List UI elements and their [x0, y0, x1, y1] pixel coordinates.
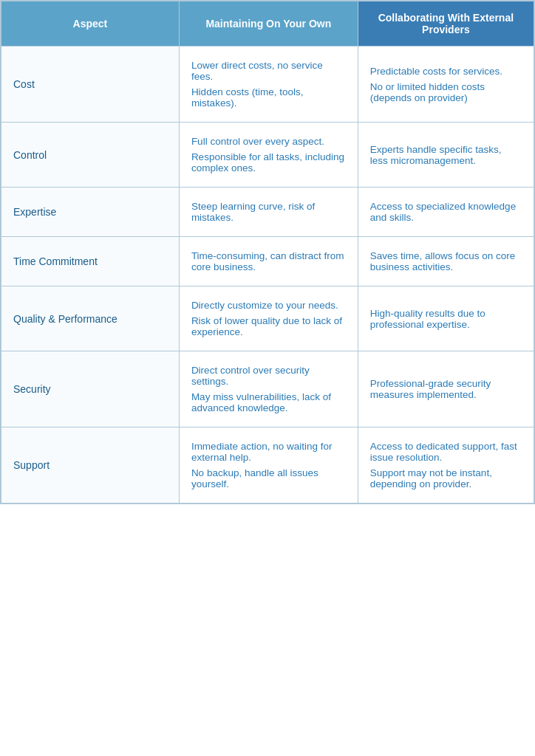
external-cell: Saves time, allows focus on core busines… — [358, 237, 534, 286]
table-row: Quality & PerformanceDirectly customize … — [1, 286, 534, 351]
aspect-cell: Security — [1, 351, 180, 427]
table-row: SecurityDirect control over security set… — [1, 351, 534, 427]
own-cell: Immediate action, no waiting for externa… — [179, 427, 358, 504]
own-cell: Time-consuming, can distract from core b… — [179, 237, 358, 286]
table-row: ExpertiseSteep learning curve, risk of m… — [1, 188, 534, 237]
table-row: SupportImmediate action, no waiting for … — [1, 427, 534, 504]
table-row: CostLower direct costs, no service fees.… — [1, 47, 534, 123]
aspect-cell: Control — [1, 123, 180, 188]
external-cell: Predictable costs for services.No or lim… — [358, 47, 534, 123]
aspect-cell: Support — [1, 427, 180, 504]
external-cell: Access to dedicated support, fast issue … — [358, 427, 534, 504]
table-row: Time CommitmentTime-consuming, can distr… — [1, 237, 534, 286]
header-external: Collaborating With External Providers — [358, 1, 534, 47]
own-cell: Directly customize to your needs.Risk of… — [179, 286, 358, 351]
own-cell: Direct control over security settings.Ma… — [179, 351, 358, 427]
own-cell: Steep learning curve, risk of mistakes. — [179, 188, 358, 237]
aspect-cell: Quality & Performance — [1, 286, 180, 351]
external-cell: Access to specialized knowledge and skil… — [358, 188, 534, 237]
external-cell: Professional-grade security measures imp… — [358, 351, 534, 427]
external-cell: Experts handle specific tasks, less micr… — [358, 123, 534, 188]
aspect-cell: Time Commitment — [1, 237, 180, 286]
own-cell: Full control over every aspect.Responsib… — [179, 123, 358, 188]
table-row: ControlFull control over every aspect.Re… — [1, 123, 534, 188]
header-aspect: Aspect — [1, 1, 180, 47]
aspect-cell: Expertise — [1, 188, 180, 237]
own-cell: Lower direct costs, no service fees.Hidd… — [179, 47, 358, 123]
external-cell: High-quality results due to professional… — [358, 286, 534, 351]
comparison-table: Aspect Maintaining On Your Own Collabora… — [0, 0, 535, 504]
header-own: Maintaining On Your Own — [179, 1, 358, 47]
aspect-cell: Cost — [1, 47, 180, 123]
